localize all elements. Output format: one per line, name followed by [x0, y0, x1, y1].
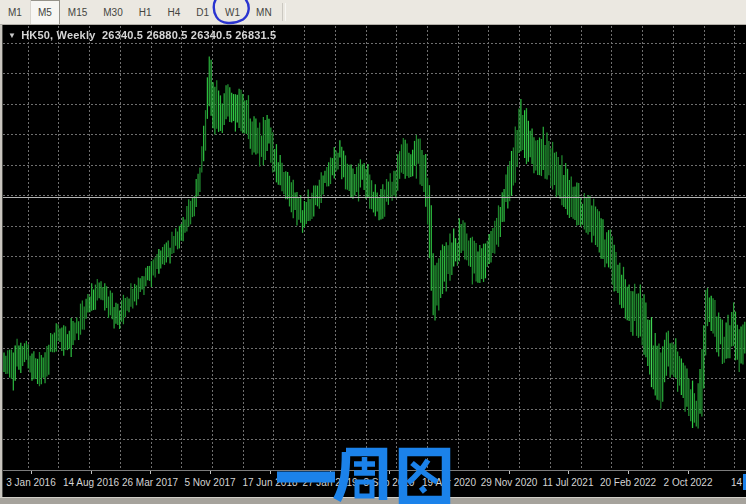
time-axis-label: 5 Nov 2017 — [184, 477, 235, 488]
timeframe-button-m1[interactable]: M1 — [1, 0, 29, 24]
price-chart-canvas[interactable] — [3, 26, 746, 470]
time-axis-label: 26 Mar 2017 — [122, 477, 178, 488]
time-axis-tick — [568, 471, 569, 474]
time-axis-label: 29 Nov 2020 — [481, 477, 538, 488]
time-axis-label: 17 Jun 2018 — [242, 477, 297, 488]
ohlc-values: 26340.5 26880.5 26340.5 26831.5 — [102, 29, 276, 41]
time-axis-tick — [31, 471, 32, 474]
timeframe-toolbar: M1M5M15M30H1H4D1W1MN — [0, 0, 746, 25]
window-border-bottom — [0, 497, 746, 504]
time-axis-label: 20 Feb 2022 — [600, 477, 656, 488]
time-axis-label: 27 Jan 2019 — [302, 477, 357, 488]
mt4-chart-window: M1M5M15M30H1H4D1W1MN ▼HK50, Weekly 26340… — [0, 0, 746, 504]
timeframe-button-mn[interactable]: MN — [249, 0, 279, 24]
time-axis-label: 19 Apr 2020 — [422, 477, 476, 488]
timeframe-button-m30[interactable]: M30 — [96, 0, 129, 24]
chart-ohlc-title: ▼HK50, Weekly 26340.5 26880.5 26340.5 26… — [8, 29, 276, 41]
time-axis-tick — [389, 471, 390, 474]
timeframe-button-h4[interactable]: H4 — [161, 0, 188, 24]
time-axis[interactable]: 3 Jan 201614 Aug 201626 Mar 20175 Nov 20… — [3, 470, 746, 497]
time-axis-tick — [330, 471, 331, 474]
timeframe-button-m5[interactable]: M5 — [31, 0, 59, 24]
time-axis-tick — [210, 471, 211, 474]
time-axis-tick — [270, 471, 271, 474]
time-axis-tick — [628, 471, 629, 474]
toolbar-divider — [282, 3, 286, 21]
time-axis-label: 2 Oct 2022 — [664, 477, 713, 488]
time-axis-tick — [449, 471, 450, 474]
time-axis-label: 11 Jul 2021 — [543, 477, 594, 488]
timeframe-button-w1[interactable]: W1 — [218, 0, 247, 24]
time-axis-tick — [91, 471, 92, 474]
timeframe-button-m15[interactable]: M15 — [61, 0, 94, 24]
time-axis-label: 14 Aug 2016 — [63, 477, 119, 488]
time-axis-label: 8 Sep 2019 — [363, 477, 414, 488]
timeframe-button-d1[interactable]: D1 — [189, 0, 216, 24]
timeframe-button-h1[interactable]: H1 — [132, 0, 159, 24]
symbol-period-label: HK50, Weekly — [21, 29, 95, 41]
time-axis-tick — [150, 471, 151, 474]
time-axis-tick — [688, 471, 689, 474]
time-axis-label: 3 Jan 2016 — [6, 477, 56, 488]
time-axis-tick — [509, 471, 510, 474]
expand-arrow-icon[interactable]: ▼ — [8, 31, 16, 40]
